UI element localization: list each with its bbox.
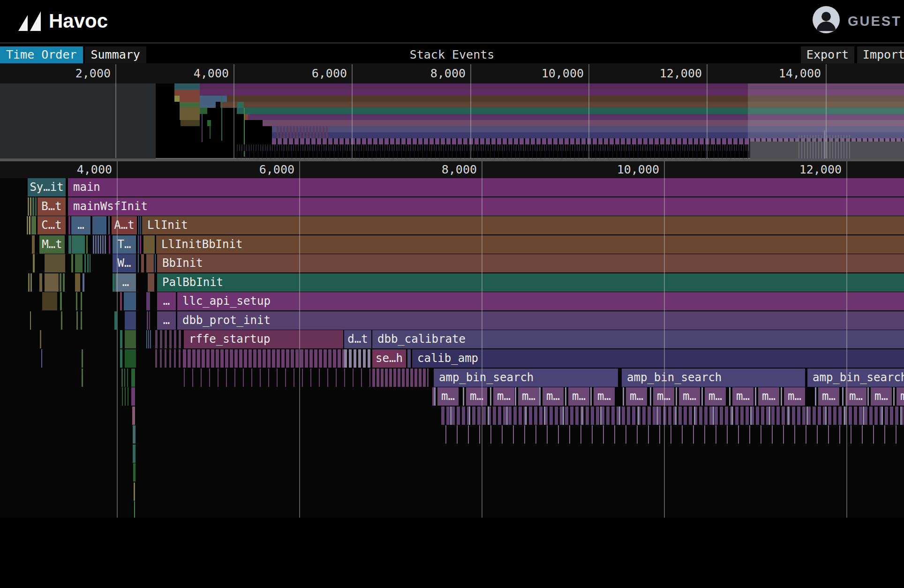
flame-segment[interactable] bbox=[45, 273, 59, 292]
flame-segment[interactable] bbox=[124, 292, 136, 310]
flame-segment[interactable] bbox=[155, 349, 183, 368]
flame-segment[interactable] bbox=[82, 369, 83, 387]
flame-segment[interactable] bbox=[76, 292, 77, 310]
flame-segment[interactable] bbox=[30, 197, 31, 216]
flame-segment[interactable] bbox=[121, 369, 123, 387]
flame-bar-amp-bin-search[interactable]: amp_bin_search bbox=[622, 369, 805, 387]
flame-bar-m[interactable]: m… bbox=[518, 387, 539, 406]
flame-segment[interactable] bbox=[344, 349, 370, 368]
flame-bar-m[interactable]: m… bbox=[732, 387, 753, 406]
flame-bar-bbinit[interactable]: BbInit bbox=[157, 254, 904, 272]
flame-segment[interactable] bbox=[71, 254, 73, 272]
flame-segment[interactable] bbox=[120, 330, 122, 348]
flame-segment[interactable] bbox=[28, 197, 29, 216]
flame-segment[interactable] bbox=[133, 445, 136, 463]
export-button[interactable]: Export bbox=[801, 46, 854, 63]
flame-segment[interactable] bbox=[149, 311, 150, 330]
flame-segment[interactable] bbox=[450, 407, 904, 425]
flame-bar-m-t[interactable]: M…t bbox=[39, 235, 65, 254]
flame-segment[interactable] bbox=[842, 387, 844, 406]
flame-segment[interactable] bbox=[61, 311, 62, 330]
flame-bar-m[interactable]: m… bbox=[466, 387, 487, 406]
flame-bar-t[interactable]: T… bbox=[113, 235, 136, 254]
flame-bar-llinitbbinit[interactable]: LlInitBbInit bbox=[156, 235, 904, 254]
flame-segment[interactable] bbox=[134, 482, 135, 501]
flame-segment[interactable] bbox=[75, 254, 83, 272]
flame-segment[interactable] bbox=[140, 216, 141, 234]
flame-segment[interactable] bbox=[650, 387, 651, 406]
flame-segment[interactable] bbox=[93, 235, 106, 254]
flame-segment[interactable] bbox=[32, 235, 35, 254]
flame-bar-a-t[interactable]: A…t bbox=[112, 216, 137, 234]
import-button[interactable]: Import bbox=[857, 46, 904, 63]
flame-segment[interactable] bbox=[146, 254, 154, 272]
flame-bar-calib-amp[interactable]: calib_amp bbox=[412, 349, 904, 368]
flame-segment[interactable] bbox=[125, 387, 126, 406]
flame-segment[interactable] bbox=[42, 292, 57, 310]
flame-segment[interactable] bbox=[82, 349, 83, 368]
flame-bar-dbb-calibrate[interactable]: dbb_calibrate bbox=[372, 330, 904, 348]
flame-segment[interactable] bbox=[122, 387, 123, 406]
flame-bar-m[interactable]: m… bbox=[705, 387, 726, 406]
flame-segment[interactable] bbox=[128, 387, 128, 406]
flame-segment[interactable] bbox=[39, 273, 42, 292]
tab-summary[interactable]: Summary bbox=[85, 46, 146, 63]
flame-bar-seg[interactable]: … bbox=[157, 292, 176, 310]
flame-segment[interactable] bbox=[32, 197, 34, 216]
flame-segment[interactable] bbox=[60, 273, 61, 292]
flame-bar-seg[interactable]: … bbox=[115, 273, 136, 292]
flame-bar-w[interactable]: W… bbox=[113, 254, 136, 272]
flame-segment[interactable] bbox=[148, 273, 154, 292]
user-avatar-icon[interactable] bbox=[813, 6, 840, 33]
flame-bar-mainwsfinit[interactable]: mainWsfInit bbox=[68, 197, 904, 216]
flame-segment[interactable] bbox=[68, 235, 71, 254]
flame-segment[interactable] bbox=[45, 254, 65, 272]
flame-bar-seg[interactable]: … bbox=[157, 311, 176, 330]
flame-segment[interactable] bbox=[729, 387, 731, 406]
flame-segment[interactable] bbox=[590, 387, 592, 406]
flame-bar-m[interactable]: m… bbox=[784, 387, 805, 406]
flame-segment[interactable] bbox=[407, 349, 411, 368]
flame-segment[interactable] bbox=[539, 387, 541, 406]
flame-segment[interactable] bbox=[31, 216, 36, 234]
flame-segment[interactable] bbox=[781, 387, 782, 406]
flame-segment[interactable] bbox=[63, 273, 65, 292]
flame-segment[interactable] bbox=[127, 369, 128, 387]
flame-segment[interactable] bbox=[72, 235, 85, 254]
flame-segment[interactable] bbox=[87, 254, 89, 272]
flame-segment[interactable] bbox=[86, 235, 88, 254]
flame-segment[interactable] bbox=[60, 292, 62, 310]
flame-bar-m[interactable]: m… bbox=[542, 387, 564, 406]
flame-segment[interactable] bbox=[76, 311, 78, 330]
flame-segment[interactable] bbox=[33, 254, 35, 272]
flame-segment[interactable] bbox=[90, 254, 90, 272]
flame-segment[interactable] bbox=[125, 311, 136, 330]
flame-segment[interactable] bbox=[132, 407, 135, 425]
flame-bar-main[interactable]: main bbox=[68, 178, 904, 196]
flame-bar-se-h[interactable]: se…h bbox=[372, 349, 406, 368]
flame-bar-m[interactable]: m… bbox=[896, 387, 904, 406]
flame-bar-b-t[interactable]: B…t bbox=[38, 197, 66, 216]
flame-segment[interactable] bbox=[141, 254, 144, 272]
flame-bar-m[interactable]: m… bbox=[493, 387, 514, 406]
flame-segment[interactable] bbox=[701, 387, 703, 406]
flame-segment[interactable] bbox=[28, 273, 30, 292]
flame-segment[interactable] bbox=[155, 254, 156, 272]
tab-time-order[interactable]: Time Order bbox=[0, 46, 83, 63]
flame-segment[interactable] bbox=[81, 311, 82, 330]
flame-bar-seg[interactable]: … bbox=[71, 216, 90, 234]
flame-bar-llinit[interactable]: LlInit bbox=[142, 216, 904, 234]
flame-bar-m[interactable]: m… bbox=[758, 387, 779, 406]
flame-segment[interactable] bbox=[146, 292, 150, 310]
flame-segment[interactable] bbox=[372, 369, 429, 387]
flame-bar-dbb-prot-init[interactable]: dbb_prot_init bbox=[177, 311, 904, 330]
flame-bar-m[interactable]: m… bbox=[626, 387, 647, 406]
flame-segment[interactable] bbox=[133, 463, 136, 482]
flame-segment[interactable] bbox=[138, 235, 139, 254]
flame-segment[interactable] bbox=[113, 273, 115, 292]
flame-segment[interactable] bbox=[29, 216, 30, 234]
flame-segment[interactable] bbox=[815, 387, 816, 406]
splitter-handle[interactable] bbox=[0, 158, 904, 161]
flame-segment[interactable] bbox=[30, 273, 32, 292]
flame-segment[interactable] bbox=[867, 387, 869, 406]
